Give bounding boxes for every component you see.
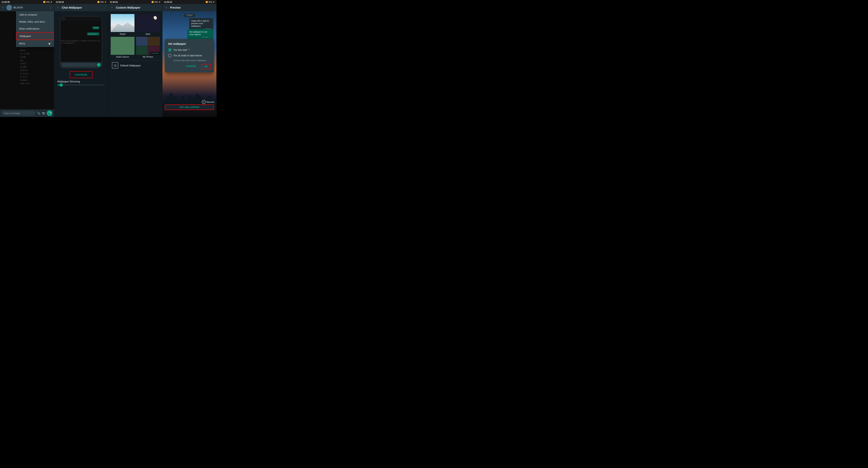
wallpaper-dimming-label: Wallpaper Dimming <box>57 80 105 83</box>
back-icon-4[interactable]: ← <box>165 6 168 9</box>
status-icons-4: 📶 71% ⚡ <box>206 1 215 3</box>
radio-inner-this-chat <box>169 49 171 51</box>
change-overlay: CHANGE <box>150 52 160 55</box>
cancel-button-dialog[interactable]: CANCEL <box>184 64 198 69</box>
status-time-2: 11:02:44 <box>56 1 64 3</box>
wallpaper-dark-item[interactable]: Dark <box>136 14 160 35</box>
phone-mic <box>97 63 100 67</box>
solid-thumbnail <box>111 37 134 55</box>
dimming-thumb[interactable] <box>60 83 63 87</box>
menu-item-media[interactable]: Media, links, and docs <box>16 18 54 25</box>
chat-topbar: ← 👤 BLOCK ⋮ <box>0 4 54 11</box>
radio-all-chats[interactable] <box>168 54 172 57</box>
wallpaper-photos-item[interactable]: CHANGE My Photos <box>136 37 160 58</box>
phone-math-bg: B=(2,1 sinx tgx 2tgx lim n→∞ a/sinβ C=(0… <box>61 17 102 67</box>
moon-icon <box>153 16 157 20</box>
wallpaper-bright-item[interactable]: Bright <box>111 14 134 35</box>
status-icons-2: 📶 71% ⚡ <box>97 1 106 3</box>
status-time-3: 11:02:51 <box>110 1 118 3</box>
bright-label: Bright <box>111 33 134 35</box>
chat-bubble-2: Check this out ✓✓ <box>87 32 99 35</box>
message-input[interactable]: Type a message <box>2 111 35 116</box>
radio-this-chat[interactable] <box>168 48 172 52</box>
dialog-option-all-chats[interactable]: For all chats in dark theme <box>168 54 211 57</box>
bright-thumbnail <box>111 14 134 32</box>
photos-thumbnail: CHANGE <box>136 37 160 55</box>
set-wallpaper-dialog: Set wallpaper For this chat " " For all … <box>165 39 214 72</box>
wallpaper-dimming-section: Wallpaper Dimming <box>57 80 105 85</box>
block-label: BLOCK <box>13 6 48 9</box>
change-button-wrapper: CHANGE <box>70 71 93 78</box>
change-button[interactable]: CHANGE <box>70 71 93 78</box>
set-wallpaper-bar[interactable]: SET WALLPAPER <box>165 105 214 110</box>
back-icon-3[interactable]: ← <box>111 6 114 9</box>
set-wallpaper-label: SET WALLPAPER <box>180 106 199 108</box>
status-icons-3: 📶 71% ⚡ <box>151 1 161 3</box>
more-icon[interactable]: ⋮ <box>49 6 52 9</box>
solid-label: Solid Colours <box>111 56 134 58</box>
default-wallpaper-icon: ⊞ <box>112 62 118 68</box>
panel-custom-wallpaper: 11:02:51 📶 71% ⚡ ← Custom Wallpaper Brig… <box>108 0 162 117</box>
wallpaper-grid: Bright Dark Solid Colours CHANGE My Phot… <box>111 14 160 58</box>
status-time-1: 11:02:39 <box>2 1 9 3</box>
option-this-chat-text: For this chat " " <box>174 49 190 51</box>
context-menu: Add to contacts Media, links, and docs M… <box>16 11 54 47</box>
photos-label: My Photos <box>136 56 160 58</box>
mic-button[interactable]: 🎤 <box>47 110 52 116</box>
chat-bubble-1: Hi there! <box>92 26 99 29</box>
dark-label: Dark <box>136 33 160 35</box>
status-bar-4: 11:03:12 📶 71% ⚡ <box>162 0 216 4</box>
camera-icon[interactable]: 📷 <box>42 112 45 115</box>
status-bar-3: 11:02:51 📶 71% ⚡ <box>108 0 162 4</box>
phone-input <box>62 63 96 67</box>
status-time-4: 11:03:12 <box>164 1 172 3</box>
phone-preview: B=(2,1 sinx tgx 2tgx lim n→∞ a/sinβ C=(0… <box>60 16 102 68</box>
dialog-option-this-chat[interactable]: For this chat " " <box>168 48 211 52</box>
photo-cell-2 <box>148 37 160 46</box>
dialog-option-subtext: Except chats with custom wallpapers <box>174 59 211 62</box>
more-arrow-icon: ▶ <box>49 42 51 45</box>
panel-chat-menu: 11:02:39 📶 71% ⚡ B = (2,12,1,0) sinx/cos… <box>0 0 54 117</box>
preview-topbar: ← Preview <box>162 4 216 11</box>
avatar: 👤 <box>6 5 12 10</box>
back-icon[interactable]: ← <box>2 6 5 9</box>
dimming-slider[interactable] <box>57 85 105 85</box>
chat-wallpaper-topbar: ← Chat Wallpaper <box>54 4 108 11</box>
default-wallpaper-label: Default Wallpaper <box>120 64 141 67</box>
menu-item-more[interactable]: More ▶ <box>16 40 54 47</box>
dialog-title: Set wallpaper <box>168 42 211 46</box>
panel3-title: Custom Wallpaper <box>116 6 140 9</box>
ok-button-dialog[interactable]: OK <box>202 64 211 69</box>
custom-wallpaper-topbar: ← Custom Wallpaper <box>108 4 162 11</box>
wallpaper-solid-item[interactable]: Solid Colours <box>111 37 134 58</box>
photo-cell-1 <box>136 37 148 46</box>
back-icon-2[interactable]: ← <box>57 6 60 9</box>
panel4-title: Preview <box>170 6 181 9</box>
dialog-actions: CANCEL OK <box>168 64 211 69</box>
panel-preview: 11:03:12 📶 71% ⚡ ← Preview TODAY Swipe l… <box>162 0 217 117</box>
option-all-chats-text: For all chats in dark theme <box>174 54 202 57</box>
menu-item-add-contacts[interactable]: Add to contacts <box>16 11 54 18</box>
setwp-bubble: Set wallpaper to see more options 11:03 … <box>187 29 213 40</box>
panel-chat-wallpaper: 11:02:44 📶 71% ⚡ ← Chat Wallpaper B=(2,1… <box>54 0 108 117</box>
attach-icon[interactable]: 📎 <box>37 112 40 115</box>
status-bar-1: 11:02:39 📶 71% ⚡ <box>0 0 54 4</box>
status-icons-1: 📶 71% ⚡ <box>43 1 52 3</box>
phone-bottom-bar <box>61 62 102 67</box>
default-wallpaper-row[interactable]: ⊞ Default Wallpaper <box>111 60 160 70</box>
dark-thumbnail <box>136 14 160 32</box>
menu-item-wallpaper[interactable]: Wallpaper <box>16 32 54 40</box>
status-bar-2: 11:02:44 📶 71% ⚡ <box>54 0 108 4</box>
panel2-title: Chat Wallpaper <box>62 6 82 9</box>
menu-item-mute[interactable]: Mute notifications <box>16 25 54 32</box>
chat-bottom-bar: Type a message 📎 📷 🎤 <box>0 109 54 117</box>
photo-cell-3 <box>136 46 148 55</box>
neowin-icon: N <box>202 100 206 104</box>
neowin-watermark: N Neowin <box>202 100 214 104</box>
today-badge: TODAY <box>184 13 195 17</box>
